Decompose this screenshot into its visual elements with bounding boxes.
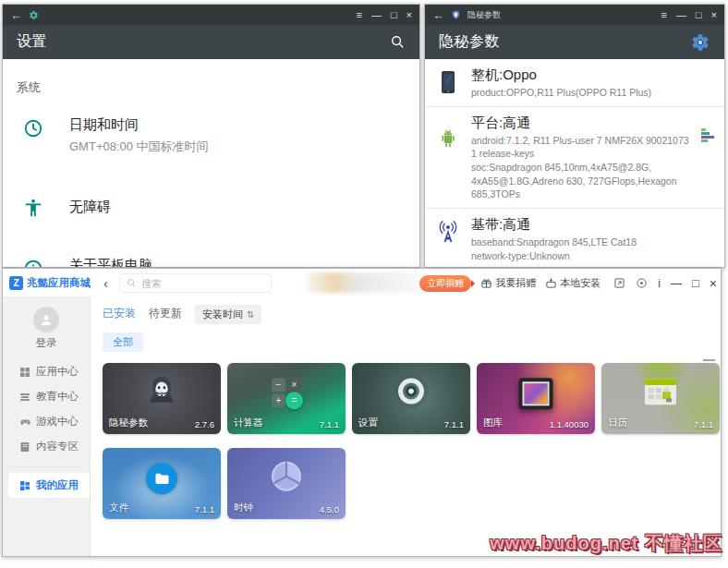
app-tile-gallery[interactable]: 图库 1.1.40030 <box>477 363 595 434</box>
sort-label: 安装时间 <box>202 308 243 321</box>
item-title: 日期和时间 <box>69 116 209 134</box>
settings-item-about[interactable]: 关于平板电脑 Android 7.1.2 <box>16 240 419 268</box>
back-arrow-icon[interactable]: ← <box>10 8 22 22</box>
app-version: 4.5.0 <box>320 504 339 514</box>
bar-chart-icon <box>700 127 715 148</box>
app-name: 时钟 <box>234 502 253 514</box>
gear-icon[interactable] <box>690 32 710 53</box>
settings-header: 设置 <box>3 25 419 59</box>
folder-icon <box>146 464 177 495</box>
maximize-button[interactable]: □ <box>391 10 397 20</box>
clock-icon <box>23 118 43 139</box>
donate-label: 我要捐赠 <box>495 276 536 290</box>
param-row-device[interactable]: 整机:Oppo product:OPPO,R11 Plus(OPPO R11 P… <box>425 59 724 107</box>
sidebar-item-label: 游戏中心 <box>36 415 79 429</box>
app-tile-calendar[interactable]: 日历 7.1.1 <box>601 363 720 434</box>
param-title: 平台:高通 <box>471 115 689 132</box>
store-content: 已安装 待更新 安装时间 ⇅ 全部 隐秘参数 2.7.6 <box>91 297 722 556</box>
settings-titlebar: ← ≡ — □ × <box>3 5 419 25</box>
export-icon[interactable] <box>613 277 625 289</box>
android-icon <box>436 127 460 150</box>
info-button[interactable]: i <box>658 278 661 289</box>
settings-window: ← ≡ — □ × 设置 系统 日期和时间 GMT+08:00 中国标准时间 <box>2 4 420 268</box>
clock-pie-icon <box>267 457 306 500</box>
settings-item-date-time[interactable]: 日期和时间 GMT+08:00 中国标准时间 <box>16 100 419 155</box>
gift-icon <box>480 277 492 289</box>
filter-chip-all[interactable]: 全部 <box>103 332 143 352</box>
close-button[interactable]: × <box>710 277 717 290</box>
app-name: 隐秘参数 <box>109 417 148 429</box>
param-row-baseband[interactable]: 基带:高通 baseband:Snapdragon 845,LTE Cat18 … <box>425 209 724 268</box>
sidebar-item-app-center[interactable]: 应用中心 <box>3 359 90 384</box>
donate-now-badge: 立即捐赠 <box>419 275 471 292</box>
app-tile-files[interactable]: 文件 7.1.1 <box>103 448 221 519</box>
tab-installed[interactable]: 已安装 <box>103 306 136 323</box>
close-button[interactable]: × <box>406 10 412 20</box>
gamepad-icon <box>19 417 30 428</box>
local-install-button[interactable]: 本地安装 <box>545 276 601 290</box>
sidebar-item-label: 内容专区 <box>36 440 79 453</box>
param-title: 基带:高通 <box>471 216 715 234</box>
grid-icon-blue <box>19 480 30 491</box>
sort-dropdown[interactable]: 安装时间 ⇅ <box>195 305 261 324</box>
minimize-button[interactable]: — <box>371 10 382 20</box>
app-name: 图库 <box>483 417 503 429</box>
settings-list: 系统 日期和时间 GMT+08:00 中国标准时间 无障碍 关于平板电脑 <box>3 59 419 268</box>
params-list: 整机:Oppo product:OPPO,R11 Plus(OPPO R11 P… <box>425 59 724 268</box>
maximize-button[interactable]: □ <box>692 277 699 289</box>
sidebar-item-label: 应用中心 <box>36 365 79 379</box>
antenna-icon <box>436 220 460 244</box>
sidebar-item-content-zone[interactable]: 内容专区 <box>3 434 90 459</box>
app-grid: 隐秘参数 2.7.6 −×+= 计算器 7.1.1 设置 <box>103 363 722 519</box>
app-version: 2.7.6 <box>195 419 214 429</box>
maximize-button[interactable]: □ <box>696 10 702 20</box>
param-row-platform[interactable]: 平台:高通 android:7.1.2, R11 Plus-user 7 NMF… <box>425 107 724 209</box>
login-label[interactable]: 登录 <box>3 336 90 350</box>
sidebar-item-edu-center[interactable]: 教育中心 <box>3 384 90 409</box>
feedback-icon[interactable] <box>636 277 648 289</box>
close-button[interactable]: × <box>711 10 717 20</box>
store-logo-icon: Z <box>9 276 23 290</box>
search-icon <box>127 278 137 288</box>
search-icon[interactable] <box>390 34 406 50</box>
app-tile-settings[interactable]: 设置 7.1.1 <box>352 363 470 434</box>
store-logo-text: 兆懿应用商城 <box>27 276 91 290</box>
store-topbar: ‹ 立即捐赠 我要捐赠 本地安装 i — □ × <box>91 269 722 297</box>
sidebar-login[interactable]: 登录 <box>3 307 90 350</box>
accessibility-icon <box>23 198 43 218</box>
hidden-params-window: ← 隐秘参数 ≡ — □ × 隐秘参数 整机:Oppo product:OPPO… <box>424 4 725 268</box>
back-arrow-icon[interactable]: ← <box>432 8 444 22</box>
params-header: 隐秘参数 <box>425 25 724 59</box>
page-title: 隐秘参数 <box>439 32 500 52</box>
info-icon <box>23 259 43 268</box>
gear-ring-icon <box>391 371 431 416</box>
minimize-button[interactable]: — <box>671 278 682 289</box>
section-label: 系统 <box>17 79 419 96</box>
param-line: baseband:Snapdragon 845,LTE Cat18 <box>471 236 715 249</box>
app-version: 7.1.1 <box>444 419 464 429</box>
install-box-icon <box>545 277 557 289</box>
minimize-button[interactable]: — <box>676 10 686 20</box>
app-tile-calculator[interactable]: −×+= 计算器 7.1.1 <box>227 363 346 434</box>
menu-icon[interactable]: ≡ <box>661 10 666 20</box>
search-box[interactable] <box>119 273 272 293</box>
calculator-icon: −×+= <box>272 379 301 410</box>
donate-button[interactable]: 我要捐赠 <box>480 276 536 290</box>
search-input[interactable] <box>141 278 243 289</box>
phone-icon <box>436 70 460 94</box>
param-line: soc:Snapdragon 845,10nm,4xA75@2.8G, 4xA5… <box>471 161 689 201</box>
sidebar-item-game-center[interactable]: 游戏中心 <box>3 409 90 434</box>
watermark-text: www.budog.net 不懂社区 <box>490 531 722 556</box>
app-tile-clock[interactable]: 时钟 4.5.0 <box>227 448 346 519</box>
back-chevron-icon[interactable]: ‹ <box>100 275 112 291</box>
app-tile-hidden-params[interactable]: 隐秘参数 2.7.6 <box>103 363 221 434</box>
menu-icon[interactable]: ≡ <box>356 10 361 20</box>
grid-icon <box>19 367 30 378</box>
books-icon <box>19 392 30 403</box>
sidebar-item-my-apps[interactable]: 我的应用 <box>8 473 90 498</box>
app-name: 文件 <box>109 502 128 514</box>
settings-app-icon <box>29 10 39 20</box>
settings-item-accessibility[interactable]: 无障碍 <box>16 179 419 218</box>
tab-pending-update[interactable]: 待更新 <box>149 306 182 323</box>
avatar[interactable] <box>33 307 59 332</box>
